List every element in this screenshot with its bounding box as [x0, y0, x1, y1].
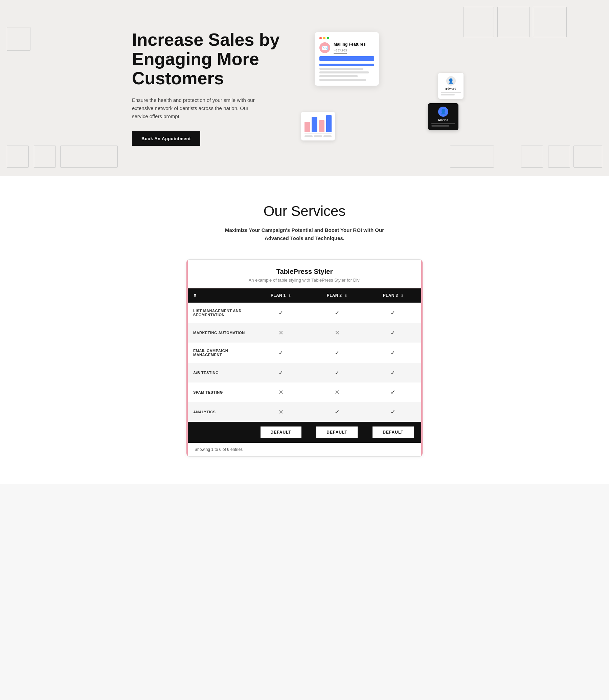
- check-icon: ✓: [278, 309, 283, 316]
- edward-bar-2: [441, 94, 455, 96]
- footer-plan2-cell: DEFAULT: [309, 422, 365, 443]
- th-plan1[interactable]: PLAN 1 ⇕: [253, 288, 309, 303]
- table-footer-info: Showing 1 to 6 of 6 entries: [187, 443, 422, 456]
- plan1-cell: ✕: [253, 323, 309, 343]
- sort-icon-plan3: ⇕: [401, 294, 403, 297]
- chart-bar-4: [326, 115, 332, 132]
- plan3-cell: ✓: [365, 382, 422, 402]
- table-title: TablePress Styler: [194, 268, 415, 275]
- plan2-cell: ✕: [309, 382, 365, 402]
- plan1-cell: ✓: [253, 303, 309, 323]
- table-row: LIST MANAGEMENT AND SEGMENTATION✓✓✓: [187, 303, 422, 323]
- table-header-block: TablePress Styler An example of table st…: [187, 260, 422, 288]
- services-title: Our Services: [14, 203, 595, 219]
- mailing-bar-2: [319, 68, 363, 70]
- book-appointment-button[interactable]: Book An Appointment: [132, 131, 200, 146]
- mailing-card: ✉️ Mailing Features Features: [315, 32, 379, 86]
- th-plan3[interactable]: PLAN 3 ⇕: [365, 288, 422, 303]
- table-header-row: ⇕ PLAN 1 ⇕ PLAN 2 ⇕ PLAN 3 ⇕: [187, 288, 422, 303]
- edward-card: 👤 Edward: [438, 73, 464, 99]
- table-row: EMAIL CAMPAIGN MANAGEMENT✓✓✓: [187, 343, 422, 363]
- services-section: Our Services Maximize Your Campaign's Po…: [0, 176, 609, 484]
- mailing-bar-3: [319, 71, 369, 73]
- win-dot-red: [319, 37, 322, 39]
- deco-box-right-bot1: [450, 146, 494, 168]
- table-head: ⇕ PLAN 1 ⇕ PLAN 2 ⇕ PLAN 3 ⇕: [187, 288, 422, 303]
- mailing-card-text: Mailing Features Features: [334, 42, 366, 53]
- hero-inner: Increase Sales by Engaging More Customer…: [118, 29, 491, 147]
- table-body: LIST MANAGEMENT AND SEGMENTATION✓✓✓MARKE…: [187, 303, 422, 422]
- default-button-plan1[interactable]: DEFAULT: [261, 427, 301, 438]
- cross-icon: ✕: [278, 409, 283, 415]
- feature-cell: MARKETING AUTOMATION: [187, 323, 253, 343]
- footer-plan3-cell: DEFAULT: [365, 422, 422, 443]
- footer-plan1-cell: DEFAULT: [253, 422, 309, 443]
- check-icon: ✓: [335, 309, 340, 316]
- martha-icon: 👤: [440, 109, 447, 115]
- plan3-cell: ✓: [365, 343, 422, 363]
- footer-empty-cell: [187, 422, 253, 443]
- martha-card: 👤 Martha: [428, 103, 458, 130]
- deco-box-left-bot1: [7, 146, 29, 168]
- win-dot-green: [327, 37, 329, 39]
- mailing-title: Mailing Features: [334, 42, 366, 47]
- table-footer: DEFAULT DEFAULT DEFAULT: [187, 422, 422, 443]
- mailing-progress-bar: [319, 56, 374, 61]
- hero-description: Ensure the health and protection of your…: [132, 96, 261, 120]
- plan3-cell: ✓: [365, 363, 422, 382]
- check-icon: ✓: [335, 349, 340, 356]
- th-plan2[interactable]: PLAN 2 ⇕: [309, 288, 365, 303]
- cross-icon: ✕: [278, 389, 283, 396]
- deco-box-right-bot4: [573, 146, 602, 168]
- plan-comparison-table: ⇕ PLAN 1 ⇕ PLAN 2 ⇕ PLAN 3 ⇕: [187, 288, 422, 443]
- chart-bars-bottom: [304, 135, 332, 137]
- martha-bar-2: [431, 125, 449, 126]
- default-button-plan3[interactable]: DEFAULT: [372, 427, 414, 438]
- plan2-cell: ✕: [309, 323, 365, 343]
- plan3-cell: ✓: [365, 402, 422, 422]
- win-dot-yellow: [323, 37, 326, 39]
- sort-icon-plan2: ⇕: [344, 294, 347, 297]
- plan2-cell: ✓: [309, 363, 365, 382]
- feature-cell: SPAM TESTING: [187, 382, 253, 402]
- feature-cell: A/B TESTING: [187, 363, 253, 382]
- table-row: A/B TESTING✓✓✓: [187, 363, 422, 382]
- cross-icon: ✕: [335, 329, 340, 336]
- check-icon: ✓: [390, 329, 396, 336]
- check-icon: ✓: [390, 309, 396, 316]
- deco-box-left-top: [7, 27, 31, 51]
- window-dots: [319, 37, 374, 39]
- chart-bar-2: [312, 117, 317, 132]
- hero-illustration: ✉️ Mailing Features Features: [294, 29, 477, 147]
- martha-avatar: 👤: [438, 107, 448, 117]
- sort-icon-plan1: ⇕: [288, 294, 291, 297]
- deco-box-right-top2: [497, 7, 529, 37]
- chart-bar-3: [319, 120, 325, 132]
- check-icon: ✓: [390, 409, 396, 415]
- mini-chart: [304, 115, 332, 132]
- cross-icon: ✕: [335, 389, 340, 396]
- th-feature[interactable]: ⇕: [187, 288, 253, 303]
- chart-baseline: [304, 133, 332, 133]
- deco-box-right-bot3: [548, 146, 570, 168]
- plan2-cell: ✓: [309, 343, 365, 363]
- mailing-bar-4: [319, 75, 358, 77]
- hero-section: Increase Sales by Engaging More Customer…: [0, 0, 609, 176]
- plan1-cell: ✓: [253, 363, 309, 382]
- table-description: An example of table styling with TablePr…: [194, 277, 415, 283]
- chart-bar-1: [304, 122, 310, 132]
- hero-left: Increase Sales by Engaging More Customer…: [132, 30, 294, 146]
- check-icon: ✓: [335, 409, 340, 415]
- check-icon: ✓: [335, 369, 340, 376]
- default-button-plan2[interactable]: DEFAULT: [316, 427, 357, 438]
- plan1-cell: ✕: [253, 382, 309, 402]
- mailing-bar-5: [319, 79, 366, 81]
- deco-box-left-bot2: [34, 146, 56, 168]
- edward-icon: 👤: [448, 78, 454, 84]
- table-row: MARKETING AUTOMATION✕✕✓: [187, 323, 422, 343]
- mail-icon: ✉️: [319, 42, 330, 53]
- mailing-bar-1: [319, 64, 374, 66]
- martha-name: Martha: [431, 118, 455, 121]
- check-icon: ✓: [278, 369, 283, 376]
- plan3-cell: ✓: [365, 323, 422, 343]
